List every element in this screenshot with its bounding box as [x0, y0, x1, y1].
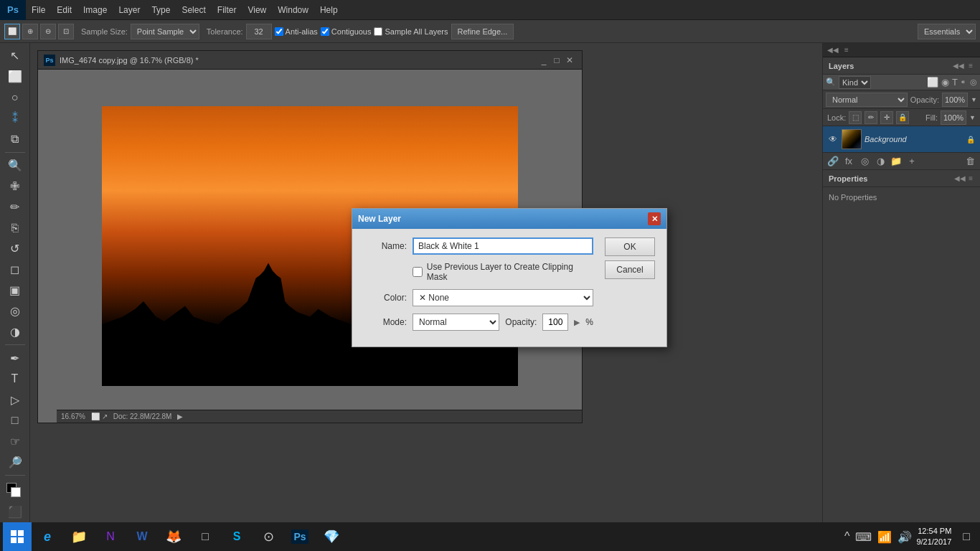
tool-btn-3[interactable]: ⊖ [40, 24, 56, 39]
tool-clone[interactable]: ⎘ [2, 218, 28, 238]
menu-edit[interactable]: Edit [51, 0, 77, 20]
taskbar-chrome[interactable]: ⊙ [253, 522, 284, 551]
menu-view[interactable]: View [242, 0, 272, 20]
tool-btn-4[interactable]: ⊡ [58, 24, 74, 39]
layer-background[interactable]: 👁 Background 🔒 [823, 126, 980, 152]
properties-menu-btn[interactable]: ≡ [967, 174, 974, 182]
ok-button[interactable]: OK [605, 237, 655, 256]
name-input[interactable] [413, 237, 593, 255]
cancel-button[interactable]: Cancel [605, 260, 655, 279]
sample-all-label[interactable]: Sample All Layers [374, 27, 448, 36]
tool-move[interactable]: ↖ [2, 46, 28, 66]
tool-btn-1[interactable]: ⬜ [4, 24, 20, 39]
taskbar-onenote[interactable]: N [95, 522, 126, 551]
new-adjustment-btn[interactable]: ◑ [873, 154, 887, 169]
contiguous-checkbox[interactable] [321, 27, 329, 36]
clipping-mask-checkbox[interactable] [413, 267, 423, 277]
tool-zoom[interactable]: 🔎 [2, 452, 28, 472]
color-select[interactable]: ✕ None Red Orange Yellow Green Blue Viol… [413, 289, 593, 306]
maximize-button[interactable]: □ [550, 54, 563, 67]
layers-menu-btn[interactable]: ≡ [967, 62, 974, 70]
delete-layer-btn[interactable]: 🗑 [963, 154, 977, 169]
menu-select[interactable]: Select [176, 0, 211, 20]
layers-opacity-input[interactable] [942, 93, 968, 107]
tool-magic-wand[interactable]: ⁑ [2, 108, 28, 128]
layer-visibility-eye[interactable]: 👁 [827, 133, 839, 145]
layers-fill-input[interactable] [941, 110, 966, 125]
tool-shape[interactable]: □ [2, 410, 28, 430]
menu-window[interactable]: Window [272, 0, 314, 20]
action-center-btn[interactable]: □ [961, 530, 971, 543]
new-group-btn[interactable]: 📁 [889, 154, 903, 169]
taskbar-word[interactable]: W [126, 522, 158, 551]
fill-arrow[interactable]: ▼ [969, 114, 976, 121]
panel-menu-btn[interactable]: ≡ [843, 46, 850, 54]
taskbar-explorer[interactable]: 📁 [63, 522, 95, 551]
lock-transparent-btn[interactable]: ⬚ [849, 111, 862, 124]
new-layer-btn[interactable]: + [905, 154, 919, 169]
sys-tray-keyboard[interactable]: ⌨ [854, 530, 873, 544]
taskbar-photoshop[interactable]: Ps [284, 522, 316, 551]
tool-history-brush[interactable]: ↺ [2, 239, 28, 259]
tool-btn-2[interactable]: ⊕ [22, 24, 38, 39]
opacity-input[interactable] [542, 314, 568, 331]
sys-tray-arrow[interactable]: ^ [843, 530, 852, 543]
taskbar-blank[interactable]: □ [189, 522, 221, 551]
screen-mode[interactable]: ⬛ [2, 502, 28, 522]
minimize-button[interactable]: _ [537, 54, 550, 67]
menu-image[interactable]: Image [77, 0, 113, 20]
tool-dodge[interactable]: ◑ [2, 321, 28, 342]
tool-crop[interactable]: ⧉ [2, 129, 28, 149]
layers-blend-mode-select[interactable]: Normal [826, 93, 908, 107]
menu-type[interactable]: Type [146, 0, 176, 20]
anti-alias-label[interactable]: Anti-alias [275, 27, 318, 36]
dialog-close-button[interactable]: ✕ [648, 212, 661, 225]
tool-lasso[interactable]: ○ [2, 88, 28, 108]
foreground-color[interactable] [2, 479, 28, 499]
taskbar-firefox[interactable]: 🦊 [158, 522, 189, 551]
filter-toggle[interactable]: ◎ [970, 77, 977, 87]
filter-icon-4[interactable]: ⁌ [961, 77, 966, 88]
filter-icon-1[interactable]: ⬜ [927, 77, 938, 88]
close-button[interactable]: ✕ [563, 54, 576, 67]
menu-help[interactable]: Help [314, 0, 344, 20]
tool-type[interactable]: T [2, 369, 28, 389]
filter-icon-3[interactable]: T [952, 77, 958, 88]
refine-edge-button[interactable]: Refine Edge... [451, 24, 514, 39]
tool-healing[interactable]: ✙ [2, 176, 28, 197]
tool-blur[interactable]: ◎ [2, 301, 28, 321]
sys-tray-network[interactable]: 📶 [876, 530, 893, 544]
menu-layer[interactable]: Layer [113, 0, 146, 20]
contiguous-label[interactable]: Contiguous [321, 27, 372, 36]
opacity-stepper[interactable]: ▶ [574, 318, 580, 327]
add-style-btn[interactable]: fx [842, 154, 856, 169]
tool-gradient[interactable]: ▣ [2, 280, 28, 300]
tool-hand[interactable]: ☞ [2, 431, 28, 451]
layers-expand-btn[interactable]: ◀◀ [951, 62, 966, 70]
properties-expand-btn[interactable]: ◀◀ [953, 174, 967, 182]
tool-brush[interactable]: ✏ [2, 197, 28, 217]
layers-kind-select[interactable]: Kind [839, 76, 871, 89]
add-mask-btn[interactable]: ◎ [857, 154, 872, 169]
sys-tray-sound[interactable]: 🔊 [896, 530, 913, 544]
tool-pen[interactable]: ✒ [2, 348, 28, 368]
sample-all-checkbox[interactable] [374, 27, 382, 36]
anti-alias-checkbox[interactable] [275, 27, 283, 36]
opacity-arrow[interactable]: ▼ [971, 96, 977, 103]
lock-position-btn[interactable]: ✛ [880, 111, 893, 124]
workspace-select[interactable]: Essentials [918, 24, 976, 39]
panel-collapse-btn[interactable]: ◀◀ [826, 46, 840, 54]
tolerance-input[interactable] [246, 24, 272, 39]
mode-select[interactable]: Normal [413, 314, 499, 331]
lock-all-btn[interactable]: 🔒 [896, 111, 909, 124]
lock-pixels-btn[interactable]: ✏ [864, 111, 877, 124]
link-layers-btn[interactable]: 🔗 [826, 154, 840, 169]
tool-path-select[interactable]: ▷ [2, 390, 28, 410]
tool-eyedropper[interactable]: 🔍 [2, 156, 28, 176]
taskbar-skype[interactable]: S [221, 522, 253, 551]
tool-select-rect[interactable]: ⬜ [2, 67, 28, 87]
sample-size-select[interactable]: Point Sample [131, 24, 199, 39]
tool-eraser[interactable]: ◻ [2, 260, 28, 280]
filter-icon-2[interactable]: ◉ [941, 77, 949, 88]
menu-filter[interactable]: Filter [212, 0, 242, 20]
